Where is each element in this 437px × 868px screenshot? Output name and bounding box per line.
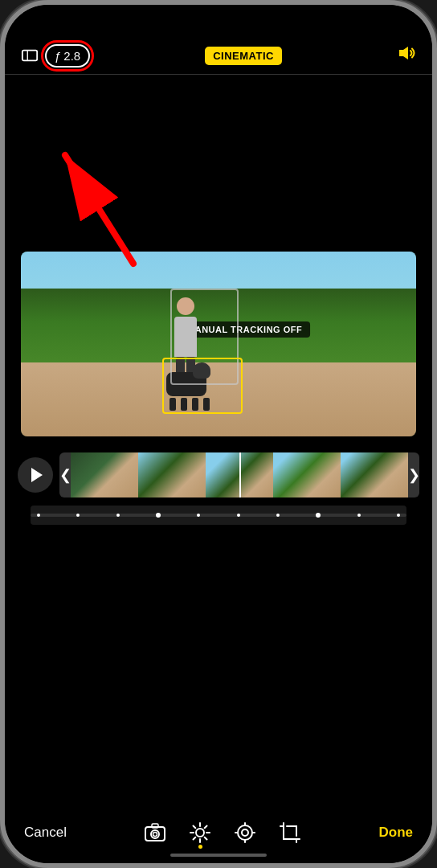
active-indicator-dot [198, 845, 202, 849]
phone-inner: ƒ 2.8 CINEMATIC [5, 5, 432, 863]
home-indicator [170, 854, 267, 857]
focus-tool-button[interactable] [234, 821, 256, 844]
timeline-row: ❮ ❯ [18, 452, 419, 497]
film-frame-5 [341, 452, 408, 497]
svg-rect-6 [152, 824, 158, 828]
notch [170, 5, 267, 27]
crop-tool-button[interactable] [279, 821, 301, 844]
camera-tool-button[interactable] [144, 821, 166, 844]
cancel-button[interactable]: Cancel [24, 825, 67, 841]
svg-line-4 [65, 155, 133, 264]
bottom-toolbar: Cancel [5, 812, 432, 849]
play-button[interactable] [18, 457, 53, 493]
top-bar-left: ƒ 2.8 [21, 44, 90, 68]
aspect-ratio-svg [21, 47, 39, 64]
film-bracket-left: ❮ [59, 452, 71, 497]
svg-point-9 [196, 829, 204, 837]
toolbar-icons [144, 821, 301, 844]
adjust-tool-button[interactable] [189, 821, 211, 844]
svg-line-14 [194, 826, 196, 829]
scrubber-dot-7 [276, 514, 280, 517]
done-button[interactable]: Done [378, 825, 413, 841]
film-frames [71, 452, 408, 497]
scrubber-dot-2 [76, 514, 80, 517]
aperture-symbol: ƒ [55, 49, 61, 63]
scrubber-bar[interactable] [31, 506, 406, 525]
svg-line-15 [205, 837, 207, 840]
scrubber-dot-3 [116, 514, 120, 517]
timeline-section: ❮ ❯ [5, 436, 432, 536]
phone-content: ƒ 2.8 CINEMATIC [5, 5, 432, 863]
film-frame-4 [273, 452, 341, 497]
cinematic-badge: CINEMATIC [205, 47, 282, 65]
scrubber-dot-5 [197, 514, 200, 517]
svg-point-7 [151, 830, 159, 838]
phone-frame: ƒ 2.8 CINEMATIC [0, 0, 437, 868]
camera-icon [144, 821, 166, 844]
annotation-area [5, 75, 432, 252]
scrubber-dot-6 [237, 514, 240, 517]
svg-point-19 [242, 829, 248, 836]
scrubber-dot-4 [156, 513, 161, 518]
film-bracket-right: ❯ [408, 452, 419, 497]
play-triangle-icon [31, 468, 43, 482]
film-frame-2 [138, 452, 206, 497]
scrubber-dot-10 [397, 514, 400, 517]
focus-icon [234, 821, 256, 844]
scrubber-dot-8 [316, 513, 321, 518]
aperture-value: 2.8 [63, 49, 80, 63]
adjust-icon [189, 821, 211, 844]
scrubber-dots [31, 513, 406, 518]
svg-point-8 [153, 833, 157, 837]
svg-line-17 [194, 837, 196, 840]
top-bar: ƒ 2.8 CINEMATIC [5, 35, 432, 74]
playhead [239, 452, 241, 497]
crop-icon [279, 821, 301, 844]
svg-rect-0 [22, 51, 37, 61]
film-frame-1 [71, 452, 138, 497]
svg-marker-2 [399, 47, 408, 59]
sound-icon[interactable] [397, 43, 416, 68]
svg-line-16 [205, 826, 207, 829]
scrubber-dot-9 [357, 514, 361, 517]
video-scene: MANUAL TRACKING OFF [21, 252, 416, 436]
aspect-ratio-icon[interactable] [21, 47, 39, 64]
svg-point-18 [238, 825, 252, 840]
scrubber-dot-1 [37, 514, 40, 517]
film-strip[interactable]: ❮ ❯ [59, 452, 419, 497]
video-preview: MANUAL TRACKING OFF [21, 252, 416, 436]
scrubber-track [31, 514, 406, 517]
aperture-badge[interactable]: ƒ 2.8 [45, 44, 90, 68]
dog-tracking-box [162, 358, 243, 414]
